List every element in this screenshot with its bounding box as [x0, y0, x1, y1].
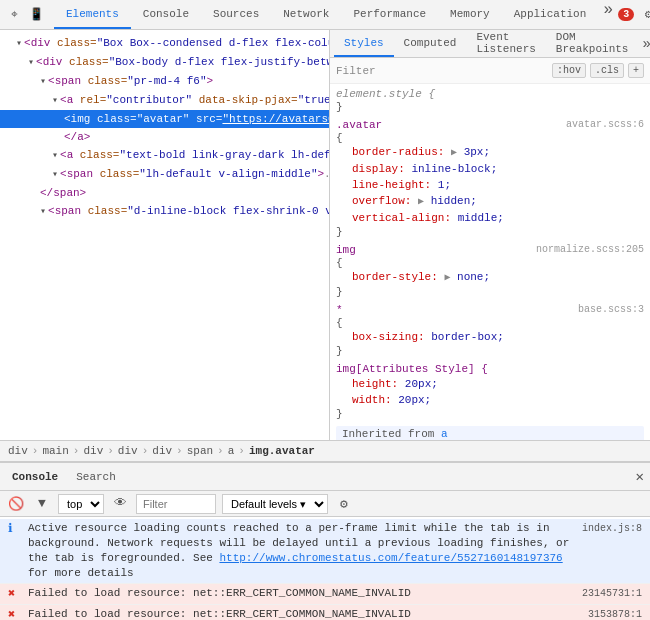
clear-console-button[interactable]: 🚫: [6, 494, 26, 514]
message-link[interactable]: http://www.chromestatus.com/feature/5527…: [219, 552, 562, 564]
breadcrumb-div3[interactable]: div: [118, 445, 138, 457]
breadcrumb-span[interactable]: span: [187, 445, 213, 457]
breadcrumb-current[interactable]: img.avatar: [249, 445, 315, 457]
img-source[interactable]: normalize.scss:205: [536, 244, 644, 255]
style-prop: vertical-align: middle;: [336, 210, 644, 226]
console-message-error-1: ✖ Failed to load resource: net::ERR_CERT…: [0, 584, 650, 605]
console-close-button[interactable]: ✕: [636, 468, 644, 485]
main-content: <div class="Box Box--condensed d-flex fl…: [0, 30, 650, 440]
style-prop: line-height: 1;: [336, 177, 644, 193]
triangle-icon[interactable]: [28, 57, 34, 68]
add-style-button[interactable]: +: [628, 63, 644, 78]
filter-input[interactable]: [380, 65, 548, 77]
triangle-icon[interactable]: [52, 95, 58, 106]
breadcrumb-a[interactable]: a: [228, 445, 235, 457]
message-file[interactable]: index.js:8: [582, 521, 642, 536]
tab-console[interactable]: Console: [131, 0, 201, 29]
info-icon: ℹ: [8, 522, 22, 537]
selected-dom-line[interactable]: <img class="avatar" src="https://avatars…: [0, 110, 329, 128]
style-prop: border-radius: ▶ 3px;: [336, 144, 644, 161]
dom-line[interactable]: <span class="pr-md-4 f6">: [0, 72, 329, 91]
tab-dom-breakpoints[interactable]: DOM Breakpoints: [546, 30, 639, 57]
console-filter-input[interactable]: [136, 494, 216, 514]
universal-style-block: * base.scss:3 { box-sizing: border-box; …: [336, 304, 644, 357]
breadcrumb-main[interactable]: main: [42, 445, 68, 457]
dom-line[interactable]: </a>: [0, 128, 329, 146]
settings-icon[interactable]: ⚙: [638, 5, 650, 25]
message-file[interactable]: 23145731:1: [582, 586, 642, 601]
cursor-icon[interactable]: ⌖: [4, 5, 24, 25]
universal-selector: * base.scss:3: [336, 304, 644, 316]
dom-line[interactable]: <a class="text-bold link-gray-dark lh-de…: [0, 146, 329, 165]
toggle-filter-button[interactable]: ▼: [32, 494, 52, 514]
triangle-icon[interactable]: [16, 38, 22, 49]
breadcrumb-div[interactable]: div: [8, 445, 28, 457]
dom-line[interactable]: <span class="lh-default v-align-middle">…: [0, 165, 329, 184]
message-file[interactable]: 3153878:1: [588, 607, 642, 620]
toolbar-right: 3 ⚙ ⋮: [618, 5, 650, 25]
top-toolbar: ⌖ 📱 Elements Console Sources Network Per…: [0, 0, 650, 30]
tab-elements[interactable]: Elements: [54, 0, 131, 29]
console-messages: ℹ Active resource loading counts reached…: [0, 517, 650, 620]
error-icon: ✖: [8, 608, 22, 620]
dom-line[interactable]: </span>: [0, 184, 329, 202]
element-style-block: element.style { }: [336, 88, 644, 113]
message-text: Failed to load resource: net::ERR_CERT_C…: [28, 586, 576, 601]
breadcrumb-div2[interactable]: div: [83, 445, 103, 457]
console-controls: 🚫 ▼ top 👁 Default levels ▾ ⚙: [0, 491, 650, 517]
style-prop: border-style: ▶ none;: [336, 269, 644, 286]
tab-computed[interactable]: Computed: [394, 30, 467, 57]
eye-icon[interactable]: 👁: [110, 494, 130, 514]
main-tabs: Elements Console Sources Network Perform…: [54, 0, 618, 29]
inherited-element-link[interactable]: a: [441, 428, 448, 440]
breadcrumb-div4[interactable]: div: [152, 445, 172, 457]
console-tab-label[interactable]: Console: [6, 471, 64, 483]
style-prop: display: inline-block;: [336, 161, 644, 177]
style-prop: overflow: ▶ hidden;: [336, 193, 644, 210]
style-prop: box-sizing: border-box;: [336, 329, 644, 345]
more-tabs-right-icon[interactable]: »: [642, 34, 650, 54]
style-close-brace: }: [336, 101, 644, 113]
triangle-icon[interactable]: [52, 169, 58, 180]
styles-filter-bar: Filter :hov .cls +: [330, 58, 650, 84]
console-search-label[interactable]: Search: [70, 471, 122, 483]
img-style-block: img normalize.scss:205 { border-style: ▶…: [336, 244, 644, 298]
mobile-icon[interactable]: 📱: [26, 5, 46, 25]
hov-button[interactable]: :hov: [552, 63, 586, 78]
img-attr-selector: img[Attributes Style] {: [336, 363, 644, 375]
filter-label: Filter: [336, 65, 376, 77]
triangle-icon[interactable]: [52, 150, 58, 161]
cls-button[interactable]: .cls: [590, 63, 624, 78]
more-tabs-icon[interactable]: »: [598, 0, 618, 20]
console-settings-icon[interactable]: ⚙: [334, 494, 354, 514]
triangle-icon[interactable]: [40, 206, 46, 217]
tab-performance[interactable]: Performance: [341, 0, 438, 29]
triangle-icon[interactable]: [40, 76, 46, 87]
tab-memory[interactable]: Memory: [438, 0, 502, 29]
style-prop: width: 20px;: [336, 392, 644, 408]
styles-panel: Styles Computed Event Listeners DOM Brea…: [330, 30, 650, 440]
console-level-select[interactable]: Default levels ▾: [222, 494, 328, 514]
universal-source[interactable]: base.scss:3: [578, 304, 644, 315]
error-icon: ✖: [8, 587, 22, 602]
tab-application[interactable]: Application: [502, 0, 599, 29]
dom-panel: <div class="Box Box--condensed d-flex fl…: [0, 30, 330, 440]
dom-line[interactable]: <div class="Box Box--condensed d-flex fl…: [0, 34, 329, 53]
console-toolbar: Console Search ✕: [0, 463, 650, 491]
console-section: Console Search ✕ 🚫 ▼ top 👁 Default level…: [0, 462, 650, 620]
tab-styles[interactable]: Styles: [334, 30, 394, 57]
console-message-error-2: ✖ Failed to load resource: net::ERR_CERT…: [0, 605, 650, 620]
tab-event-listeners[interactable]: Event Listeners: [466, 30, 545, 57]
context-select[interactable]: top: [58, 494, 104, 514]
img-selector: img normalize.scss:205: [336, 244, 644, 256]
dom-line[interactable]: <a rel="contributor" data-skip-pjax="tru…: [0, 91, 329, 110]
dom-line[interactable]: <div class="Box-body d-flex flex-justify…: [0, 53, 329, 72]
element-style-selector: element.style {: [336, 88, 644, 100]
secondary-tabs: Styles Computed Event Listeners DOM Brea…: [330, 30, 650, 58]
avatar-source[interactable]: avatar.scss:6: [566, 119, 644, 130]
tab-sources[interactable]: Sources: [201, 0, 271, 29]
message-text: Failed to load resource: net::ERR_CERT_C…: [28, 607, 582, 620]
dom-line[interactable]: <span class="d-inline-block flex-shrink-…: [0, 202, 329, 221]
tab-network[interactable]: Network: [271, 0, 341, 29]
error-count-badge: 3: [618, 8, 634, 21]
